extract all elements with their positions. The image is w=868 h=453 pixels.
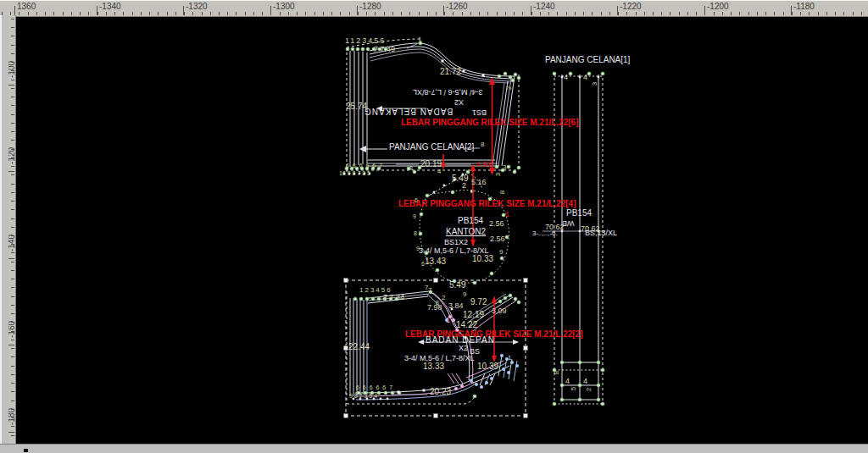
dim-panjang-celana-2: PANJANG CELANA[2] [389, 143, 474, 152]
canvas-label: 22.44 [348, 343, 370, 351]
canvas-label: 9 [463, 291, 466, 298]
warning-lebar-pinggang-6: LEBAR PINGGANG RILEK SIZE M.21/L.22[6] [401, 119, 578, 127]
canvas-label: 13.33 [423, 362, 444, 371]
canvas-label: 3.09 [492, 307, 507, 315]
ruler-label: -1300 [273, 2, 295, 11]
canvas-label: 5.16 [471, 179, 487, 186]
ruler-label: -1240 [533, 2, 555, 11]
canvas-label: 9 8 7 3 5 4 [349, 393, 377, 399]
ruler-horizontal[interactable]: 1360-1340-1320-1300-1280-1260-1240-1220-… [0, 0, 868, 17]
ruler-label: -1340 [99, 2, 121, 11]
canvas-label: 4 [565, 378, 570, 385]
canvas-label: 9 [499, 249, 503, 256]
canvas-label: 8 [499, 191, 506, 194]
canvas-label: 3-4/ M,5-6 / L,7-8/XL [413, 88, 483, 96]
canvas-label: 2 [506, 86, 513, 90]
canvas-label: PB154 [458, 217, 483, 225]
ruler-label: -1320 [186, 2, 208, 11]
canvas-label: X2 [459, 345, 468, 352]
scroll-marker [24, 449, 28, 452]
canvas-label: 9.72 [470, 298, 487, 307]
canvas-label: 6 6 6 6 6 7 [356, 384, 393, 390]
canvas-label: 16 9 8 7 8 5 [339, 170, 370, 176]
canvas-labels: 11234567 7.49121.7225.743-4/ M,5-6 / L,7… [0, 0, 868, 453]
canvas-label: 3 [495, 173, 502, 176]
dim-panjang-celana-1: PANJANG CELANA[1] [545, 56, 630, 64]
canvas-label: 2 [442, 295, 445, 301]
canvas-label: 4 [437, 168, 441, 175]
canvas-label: 1 [446, 317, 450, 324]
canvas-label: 4 [564, 74, 568, 81]
canvas-label: 1123456 [345, 37, 386, 45]
piece-name-badan-belakang: BADAN BELAKANG [364, 107, 453, 115]
canvas-label: PB154 [566, 209, 592, 218]
canvas-label: 3 [592, 82, 598, 86]
canvas-label: BS,13/XL [585, 229, 617, 237]
canvas-label: 8 [409, 165, 413, 171]
canvas-label: 1 [505, 211, 509, 218]
canvas-label: 3.84 [448, 302, 464, 310]
canvas-label: 7 [428, 287, 431, 294]
canvas-label: 4 [583, 378, 587, 385]
ruler-label: -1200 [707, 2, 729, 11]
canvas-label: 2.56 [489, 220, 504, 228]
canvas-label: 9 [413, 213, 416, 219]
canvas-label: 3 [503, 164, 506, 171]
canvas-label: 21.72 [440, 68, 461, 76]
canvas-label: 20.23 [430, 388, 451, 396]
canvas-label: 6 6 6 6 6 7 [346, 163, 383, 168]
canvas-label: 1 [418, 36, 421, 43]
canvas-label: BS1 [472, 108, 487, 116]
canvas-label: 8 [554, 371, 560, 374]
canvas-label: 2 [462, 182, 466, 190]
canvas-label: 4 [583, 74, 587, 81]
canvas-label: 3-..,..,-6. [532, 230, 558, 237]
canvas-label: 1 [508, 355, 511, 362]
scrollbar-horizontal[interactable] [0, 444, 868, 453]
ruler-label: -1260 [446, 2, 468, 11]
canvas-label: 12.19 [463, 311, 484, 319]
ruler-label: -1220 [620, 2, 642, 11]
canvas-label: 7 7.34 [383, 294, 404, 301]
pattern-cad-window: 11234567 7.49121.7225.743-4/ M,5-6 / L,7… [0, 0, 868, 453]
canvas-label: 5.49 [449, 281, 465, 290]
ruler-label: -1280 [359, 2, 381, 11]
canvas-label: 13.43 [425, 257, 446, 266]
canvas-label: 7.98 [427, 304, 442, 312]
canvas-label: 7 7.49 [374, 46, 395, 53]
ruler-label: 1360 [17, 2, 36, 11]
piece-name-kanton2: KANTON2 [446, 228, 486, 236]
window-edge [0, 15, 8, 453]
canvas-label: X2 [454, 98, 464, 106]
canvas-label: BS1X2 [444, 239, 468, 246]
warning-lebar-pinggang-4: LEBAR PINGGANG RILEK SIZE M.21/L.22[4] [398, 200, 576, 208]
canvas-label: 4.94 [476, 161, 492, 168]
canvas-label: 8 [414, 230, 417, 236]
canvas-label: 5 [570, 387, 577, 390]
canvas-label: 14.22 [456, 321, 477, 329]
ruler-label: -1180 [793, 2, 815, 11]
canvas-label: 10.33 [472, 255, 493, 263]
canvas-label: 2 [586, 388, 593, 391]
canvas-label: 6 [415, 197, 418, 203]
canvas-label: 2.56 [490, 235, 505, 243]
canvas-label: 8 [481, 141, 484, 148]
canvas-label: 10.39 [477, 362, 498, 371]
